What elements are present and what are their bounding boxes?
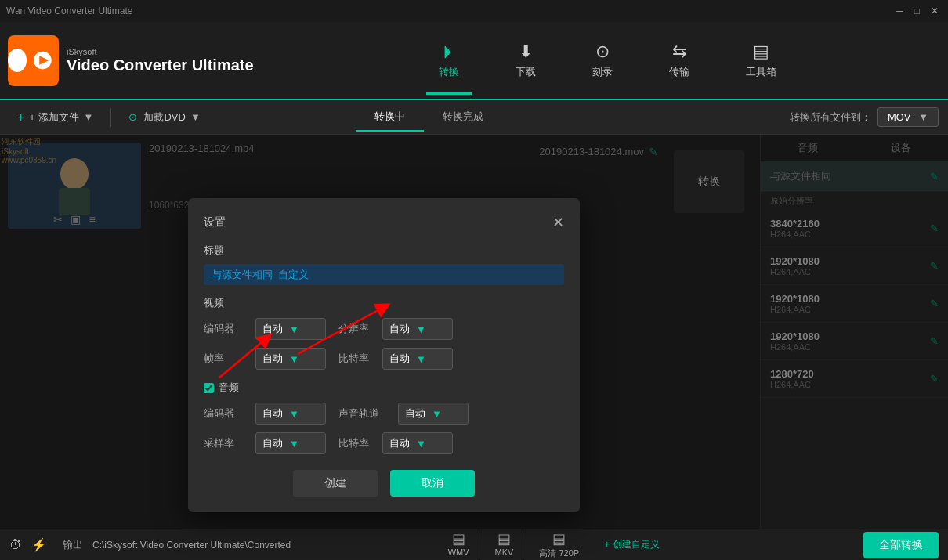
mkv-label: MKV (495, 547, 514, 557)
titlebar-logo-text: Wan Video Converter Ultimate (6, 5, 132, 16)
audio-encoder-select[interactable]: 自动 ▼ (255, 403, 326, 425)
resolution-label: 分辨率 (338, 322, 370, 336)
titlebar-controls: ─ □ ✕ (893, 4, 942, 18)
bottombar: ⏱ ⚡ 输出 C:\iSkysoft Video Converter Ultim… (0, 529, 948, 560)
toolbox-icon: ▤ (753, 42, 769, 62)
format-value: MOV (888, 111, 911, 123)
modal-title: 设置 (204, 215, 226, 229)
bottom-wmv-item[interactable]: ▤ WMV (439, 530, 479, 559)
hd720-icon: ▤ (552, 530, 566, 547)
encoder-value: 自动 (262, 322, 283, 336)
nav-download-label: 下载 (516, 65, 536, 79)
maximize-button[interactable]: □ (911, 4, 923, 18)
convert-icon: ⏵ (440, 42, 458, 62)
modal-close-button[interactable]: ✕ (552, 214, 564, 231)
transfer-icon: ⇆ (672, 42, 686, 62)
add-file-arrow: ▼ (84, 111, 94, 123)
modal-video-section: 视频 编码器 自动 ▼ 分辨率 自动 ▼ 帧率 自动 (204, 296, 564, 370)
nav-items: ⏵ 转换 ⬇ 下载 ⊙ 刻录 ⇆ 传输 ▤ 工具箱 (266, 35, 948, 85)
video-section-label: 视频 (204, 296, 564, 310)
plus-icon: + (17, 110, 24, 125)
output-label: 输出 (63, 538, 83, 552)
mkv-icon: ▤ (498, 530, 511, 547)
bottom-hd720-item[interactable]: ▤ 高清 720P (530, 530, 588, 559)
settings-modal: 设置 ✕ 标题 视频 编码器 自动 ▼ 分辨率 自 (188, 198, 580, 512)
load-dvd-label: 加载DVD (143, 110, 185, 125)
audio-channel-arrow: ▼ (432, 408, 442, 420)
add-file-button[interactable]: + + 添加文件 ▼ (9, 106, 101, 129)
burn-icon: ⊙ (595, 42, 610, 62)
samplerate-row: 采样率 自动 ▼ 比特率 自动 ▼ (204, 432, 564, 454)
audio-section-label: 音频 (219, 381, 239, 395)
bitrate-value: 自动 (389, 352, 410, 366)
download-icon: ⬇ (519, 42, 533, 62)
resolution-select[interactable]: 自动 ▼ (382, 318, 453, 340)
format-dropdown-arrow: ▼ (918, 111, 928, 123)
audio-encoder-row: 编码器 自动 ▼ 声音轨道 自动 ▼ (204, 403, 564, 425)
nav-convert[interactable]: ⏵ 转换 (426, 35, 472, 85)
resolution-value: 自动 (389, 322, 410, 336)
encoder-select[interactable]: 自动 ▼ (255, 318, 326, 340)
logo-text: iSkysoft Video Converter Ultimate (67, 47, 254, 74)
titlebar: Wan Video Converter Ultimate ─ □ ✕ (0, 0, 948, 22)
app-title: Video Converter Ultimate (67, 56, 254, 74)
schedule-icon[interactable]: ⏱ (9, 538, 22, 552)
audio-bitrate-arrow: ▼ (416, 438, 426, 450)
audio-checkbox[interactable] (204, 383, 214, 393)
modal-audio-section: 音频 编码器 自动 ▼ 声音轨道 自动 ▼ 采样率 (204, 381, 564, 454)
toolbar-right: 转换所有文件到： MOV ▼ (790, 107, 939, 127)
tab-converted[interactable]: 转换完成 (424, 103, 502, 132)
nav-transfer[interactable]: ⇆ 传输 (657, 35, 702, 85)
output-path: C:\iSkysoft Video Converter Ultimate\Con… (92, 540, 291, 551)
wmv-icon: ▤ (452, 530, 465, 547)
modal-title-section: 标题 (204, 244, 564, 285)
bitrate-select[interactable]: 自动 ▼ (382, 348, 453, 370)
add-custom-label: + 创建自定义 (604, 538, 659, 551)
load-dvd-button[interactable]: ⊙ 加载DVD ▼ (121, 106, 208, 129)
nav-convert-label: 转换 (439, 65, 459, 79)
title-section-label: 标题 (204, 244, 564, 258)
tab-group: 转换中 转换完成 (356, 103, 502, 132)
bitrate-arrow: ▼ (416, 353, 426, 365)
framerate-value: 自动 (262, 352, 283, 366)
format-select[interactable]: MOV ▼ (877, 107, 939, 127)
create-button[interactable]: 创建 (293, 470, 378, 497)
bottom-format-items: ▤ WMV ▤ MKV ▤ 高清 720P + 创建自定义 (439, 530, 669, 559)
toolbar: + + 添加文件 ▼ ⊙ 加载DVD ▼ 转换中 转换完成 转换所有文件到： M… (0, 100, 948, 135)
nav-burn[interactable]: ⊙ 刻录 (580, 35, 625, 85)
modal-overlay: 设置 ✕ 标题 视频 编码器 自动 ▼ 分辨率 自 (0, 135, 948, 529)
audio-encoder-arrow: ▼ (289, 408, 299, 420)
nav-download[interactable]: ⬇ 下载 (503, 35, 548, 85)
dvd-icon: ⊙ (128, 111, 137, 123)
wmv-label: WMV (448, 547, 469, 557)
header: iSkysoft Video Converter Ultimate ⏵ 转换 ⬇… (0, 22, 948, 100)
samplerate-select[interactable]: 自动 ▼ (255, 432, 326, 454)
dvd-arrow: ▼ (190, 111, 201, 123)
audio-checkbox-label[interactable]: 音频 (204, 381, 239, 395)
nav-toolbox-label: 工具箱 (746, 65, 776, 79)
encoder-label: 编码器 (204, 322, 243, 336)
bottom-mkv-item[interactable]: ▤ MKV (486, 530, 524, 559)
title-input[interactable] (204, 264, 564, 285)
minimize-button[interactable]: ─ (893, 4, 906, 18)
modal-titlebar: 设置 ✕ (204, 214, 564, 231)
tab-converting[interactable]: 转换中 (356, 103, 424, 132)
samplerate-value: 自动 (262, 436, 283, 450)
framerate-select[interactable]: 自动 ▼ (255, 348, 326, 370)
logo-icon (8, 35, 59, 86)
samplerate-label: 采样率 (204, 436, 243, 450)
close-button[interactable]: ✕ (928, 4, 942, 18)
boost-icon[interactable]: ⚡ (31, 537, 47, 552)
bottom-add-custom[interactable]: + 创建自定义 (595, 530, 668, 559)
nav-toolbox[interactable]: ▤ 工具箱 (733, 35, 789, 85)
audio-encoder-label: 编码器 (204, 406, 243, 421)
cancel-button[interactable]: 取消 (390, 470, 475, 497)
audio-bitrate-select[interactable]: 自动 ▼ (382, 432, 453, 454)
modal-footer: 创建 取消 (204, 470, 564, 497)
framerate-arrow: ▼ (289, 353, 299, 365)
audio-bitrate-value: 自动 (389, 436, 410, 450)
toolbar-divider (110, 108, 111, 127)
audio-channel-select[interactable]: 自动 ▼ (398, 403, 469, 425)
convert-all-button[interactable]: 全部转换 (863, 532, 939, 558)
bitrate-label: 比特率 (338, 352, 370, 366)
